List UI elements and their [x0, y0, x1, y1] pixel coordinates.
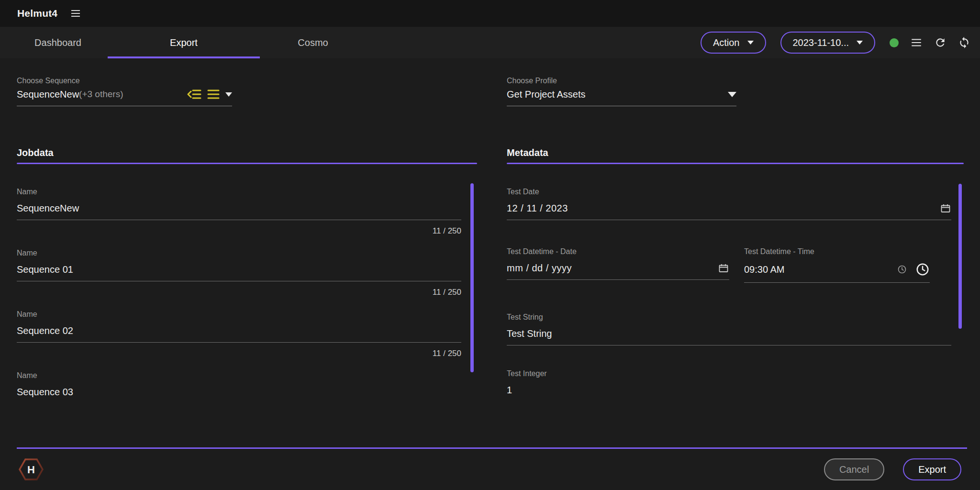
jobdata-section: Jobdata Name SequenceNew 11 / 250 Name S…: [17, 147, 477, 398]
field-value: 12 / 11 / 2023: [507, 202, 568, 214]
status-dot: [890, 38, 899, 47]
test-datetime-time-field: Test Datetime - Time 09:30 AM: [744, 248, 930, 283]
caret-down-icon: [747, 41, 754, 45]
field-label: Name: [17, 188, 461, 196]
sequence-chooser-icons: [187, 89, 232, 100]
test-integer-field: Test Integer 1: [507, 370, 951, 396]
field-value: 1: [507, 384, 512, 396]
profile-chooser-icons: [728, 92, 736, 97]
sequence-chooser-input[interactable]: SequenceNew (+3 others): [17, 89, 232, 106]
test-datetime-row: Test Datetime - Date mm / dd / yyyy Test…: [507, 248, 951, 283]
char-counter: 11 / 250: [17, 227, 461, 235]
cancel-button-label: Cancel: [839, 464, 869, 475]
refresh-icon[interactable]: [934, 36, 947, 49]
field-value: mm / dd / yyyy: [507, 262, 572, 274]
sync-icon[interactable]: [958, 36, 970, 49]
char-counter: 11 / 250: [17, 288, 461, 296]
field-label: Name: [17, 311, 461, 318]
caret-down-icon[interactable]: [225, 92, 232, 97]
left-column: Choose Sequence SequenceNew (+3 others) …: [17, 77, 477, 447]
field-label: Test Date: [507, 188, 951, 196]
test-date-input[interactable]: 12 / 11 / 2023: [507, 202, 951, 220]
main-content: Choose Sequence SequenceNew (+3 others) …: [0, 58, 980, 447]
test-date-field: Test Date 12 / 11 / 2023: [507, 188, 951, 220]
metadata-scrollbar-thumb[interactable]: [958, 184, 962, 329]
jobdata-field-3: Name Sequence 02 11 / 250: [17, 311, 461, 357]
footer: H Cancel Export: [0, 447, 980, 490]
helmut-logo: H: [19, 458, 44, 480]
export-button[interactable]: Export: [903, 458, 961, 480]
tab-dashboard[interactable]: Dashboard: [8, 27, 108, 58]
calendar-icon[interactable]: [940, 202, 951, 214]
tab-cosmo[interactable]: Cosmo: [260, 27, 366, 58]
char-counter: 11 / 250: [17, 349, 461, 357]
field-value: SequenceNew: [17, 202, 79, 214]
name-input-3[interactable]: Sequence 02: [17, 325, 461, 343]
time-input-icons: [897, 262, 930, 277]
caret-down-icon[interactable]: [728, 92, 736, 97]
export-button-label: Export: [918, 464, 946, 475]
jobdata-field-1: Name SequenceNew 11 / 250: [17, 188, 461, 235]
jobdata-scrollbar-thumb[interactable]: [470, 183, 474, 372]
test-string-input[interactable]: Test String: [507, 328, 951, 345]
date-version-dropdown[interactable]: 2023-11-10...: [780, 32, 876, 54]
menu-icon[interactable]: [207, 89, 220, 100]
field-value: 09:30 AM: [744, 264, 785, 275]
name-input-2[interactable]: Sequence 01: [17, 264, 461, 281]
logo-letter: H: [27, 464, 35, 476]
jobdata-field-4: Name Sequence 03: [17, 372, 461, 398]
field-value: Sequence 03: [17, 386, 73, 398]
time-picker-clock-icon[interactable]: [915, 262, 930, 277]
field-value: Sequence 02: [17, 325, 73, 336]
field-label: Name: [17, 249, 461, 257]
name-input-4[interactable]: Sequence 03: [17, 386, 461, 398]
action-dropdown[interactable]: Action: [701, 32, 766, 54]
metadata-divider: [507, 163, 964, 164]
tab-bar: Dashboard Export Cosmo Action 2023-11-10…: [0, 27, 980, 58]
clock-icon[interactable]: [897, 265, 907, 274]
jobdata-field-2: Name Sequence 01 11 / 250: [17, 249, 461, 296]
test-integer-input[interactable]: 1: [507, 384, 951, 396]
field-value: Test String: [507, 328, 552, 339]
test-datetime-date-input[interactable]: mm / dd / yyyy: [507, 262, 729, 280]
list-icon[interactable]: [910, 36, 923, 49]
date-input-icons: [940, 202, 951, 214]
tab-dashboard-label: Dashboard: [34, 37, 81, 48]
footer-buttons: Cancel Export: [824, 458, 961, 480]
calendar-icon[interactable]: [718, 262, 729, 274]
test-datetime-date-field: Test Datetime - Date mm / dd / yyyy: [507, 248, 729, 283]
field-label: Test String: [507, 313, 951, 321]
metadata-section: Metadata Test Date 12 / 11 / 2023 Test D…: [507, 147, 964, 396]
field-value: Sequence 01: [17, 264, 73, 275]
cancel-button[interactable]: Cancel: [824, 458, 884, 480]
action-dropdown-label: Action: [713, 37, 740, 48]
toolbar-icons: [890, 36, 970, 49]
metadata-fields: Test Date 12 / 11 / 2023 Test Datetime -…: [507, 188, 951, 396]
field-label: Test Datetime - Time: [744, 248, 930, 256]
tab-cosmo-label: Cosmo: [298, 37, 328, 48]
toolbar: Action 2023-11-10...: [701, 27, 980, 58]
name-input-1[interactable]: SequenceNew: [17, 202, 461, 220]
date-version-dropdown-label: 2023-11-10...: [793, 37, 849, 48]
field-label: Test Integer: [507, 370, 951, 378]
jobdata-fields: Name SequenceNew 11 / 250 Name Sequence …: [17, 188, 461, 398]
sequence-chooser: Choose Sequence SequenceNew (+3 others): [17, 77, 232, 106]
menu-open-icon[interactable]: [187, 89, 201, 100]
test-string-field: Test String Test String: [507, 313, 951, 345]
tabs: Dashboard Export Cosmo: [0, 27, 366, 58]
tab-export-label: Export: [170, 37, 198, 48]
field-label: Test Datetime - Date: [507, 248, 729, 256]
footer-row: H Cancel Export: [17, 449, 967, 490]
sequence-chooser-suffix: (+3 others): [79, 89, 123, 100]
profile-chooser: Choose Profile Get Project Assets: [507, 77, 736, 106]
tab-export[interactable]: Export: [108, 27, 260, 58]
right-column: Choose Profile Get Project Assets Metada…: [507, 77, 964, 447]
app-menu-icon[interactable]: [71, 10, 80, 17]
profile-chooser-input[interactable]: Get Project Assets: [507, 89, 736, 106]
date-input-icons: [718, 262, 729, 274]
field-label: Name: [17, 372, 461, 379]
jobdata-title: Jobdata: [17, 147, 477, 158]
profile-chooser-label: Choose Profile: [507, 77, 736, 85]
metadata-title: Metadata: [507, 147, 964, 158]
test-datetime-time-input[interactable]: 09:30 AM: [744, 262, 930, 283]
